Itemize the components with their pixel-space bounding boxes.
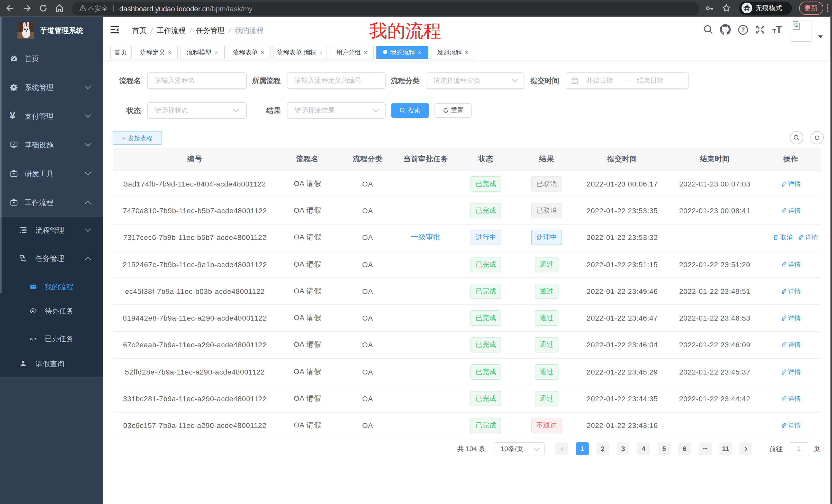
svg-text:?: ? [741, 26, 745, 33]
